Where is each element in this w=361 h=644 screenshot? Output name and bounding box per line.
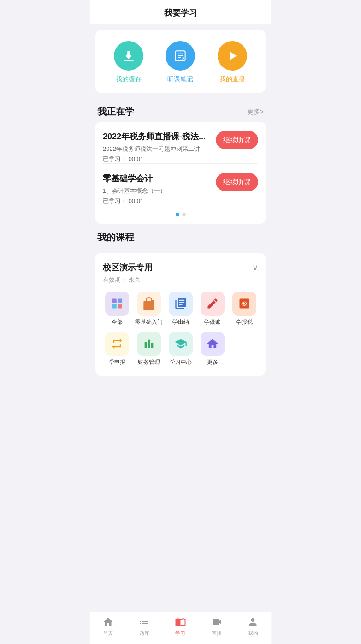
bag-icon: [137, 292, 161, 316]
dots-indicator: [103, 213, 258, 216]
svg-rect-4: [118, 304, 122, 308]
continue-btn-2[interactable]: 继续听课: [216, 173, 258, 191]
my-courses-title: 我的课程: [97, 231, 134, 244]
cat-item-tax[interactable]: 税 学报税: [230, 292, 258, 326]
nav-label-home: 首页: [103, 630, 113, 637]
video-nav-icon: [211, 616, 223, 628]
edit-icon: [201, 292, 225, 316]
nav-label-study: 学习: [175, 630, 185, 637]
quick-live-label: 我的直播: [219, 75, 245, 83]
continue-btn-1[interactable]: 继续听课: [216, 131, 258, 149]
dot-2: [182, 213, 186, 216]
studying-more[interactable]: 更多>: [247, 108, 264, 116]
quick-item-cache[interactable]: 我的缓存: [114, 41, 143, 83]
course-progress-1: 已学习： 00:01: [103, 155, 210, 163]
studying-section-header: 我正在学 更多>: [90, 98, 271, 122]
cat-label-beginner: 零基础入门: [135, 318, 163, 326]
grid-icon: [105, 292, 129, 316]
course-title-2: 零基础学会计: [103, 173, 210, 184]
cat-label-declare: 学申报: [109, 358, 125, 366]
course-subtitle-2: 1、会计基本概念（一）: [103, 187, 210, 195]
quick-notes-label: 听课笔记: [167, 75, 193, 83]
course-item-1: 2022年税务师直播课-税法... 2022年税务师税法一习题冲刺第二讲 已学习…: [103, 131, 258, 163]
cat-label-tax: 学报税: [236, 318, 253, 326]
tax-icon: 税: [232, 292, 256, 316]
home-nav-icon: [102, 616, 114, 628]
course-item-2: 零基础学会计 1、会计基本概念（一） 已学习： 00:01 继续听课: [103, 163, 258, 205]
svg-rect-1: [112, 299, 116, 303]
cat-item-declare[interactable]: 学申报: [103, 332, 131, 366]
play-icon: [218, 41, 247, 71]
nav-label-live: 直播: [212, 630, 222, 637]
cat-label-finance: 财务管理: [138, 358, 160, 366]
course-title-1: 2022年税务师直播课-税法...: [103, 131, 210, 142]
arrow-icon: [105, 332, 129, 356]
nav-label-mine: 我的: [248, 630, 258, 637]
courses-card: 校区演示专用 ∨ 有效期： 永久 全部: [95, 253, 266, 376]
package-header: 校区演示专用 ∨: [103, 262, 258, 273]
category-grid: 全部 零基础入门 学出纳: [103, 292, 258, 366]
cat-label-all: 全部: [112, 318, 123, 326]
user-nav-icon: [247, 616, 259, 628]
svg-text:税: 税: [241, 301, 247, 307]
book-open-nav-icon: [174, 616, 186, 628]
dot-1: [176, 213, 179, 216]
quick-item-notes[interactable]: 听课笔记: [166, 41, 195, 83]
cat-item-study-center[interactable]: 学习中心: [166, 332, 195, 366]
cat-label-accounting: 学做账: [204, 318, 221, 326]
studying-title: 我正在学: [97, 106, 134, 118]
cat-label-study-center: 学习中心: [170, 358, 192, 366]
quick-item-live[interactable]: 我的直播: [218, 41, 247, 83]
cat-label-more: 更多: [207, 358, 218, 366]
nav-item-live[interactable]: 直播: [203, 616, 231, 637]
nav-label-question: 题库: [139, 630, 149, 637]
package-title: 校区演示专用: [103, 262, 153, 273]
cat-label-cashier: 学出纳: [172, 318, 189, 326]
cat-item-all[interactable]: 全部: [103, 292, 131, 326]
book-cashier-icon: [169, 292, 193, 316]
cat-item-cashier[interactable]: 学出纳: [166, 292, 195, 326]
nav-item-study[interactable]: 学习: [166, 616, 194, 637]
cat-item-more[interactable]: 更多: [198, 332, 226, 366]
studying-card: 2022年税务师直播课-税法... 2022年税务师税法一习题冲刺第二讲 已学习…: [95, 122, 266, 224]
note-icon: [166, 41, 195, 71]
quick-access-card: 我的缓存 听课笔记 我的直播: [95, 30, 266, 93]
bottom-nav: 首页 题库 学习 直播 我的: [90, 612, 271, 644]
study-icon: [169, 332, 193, 356]
nav-item-mine[interactable]: 我的: [239, 616, 267, 637]
quick-cache-label: 我的缓存: [116, 75, 142, 83]
course-subtitle-1: 2022年税务师税法一习题冲刺第二讲: [103, 145, 210, 153]
my-courses-section-header: 我的课程: [90, 224, 271, 247]
chevron-down-icon[interactable]: ∨: [252, 262, 258, 273]
list-nav-icon: [138, 616, 150, 628]
cat-item-accounting[interactable]: 学做账: [198, 292, 226, 326]
nav-item-home[interactable]: 首页: [94, 616, 122, 637]
svg-rect-2: [118, 299, 122, 303]
house-icon: [201, 332, 225, 356]
cat-item-beginner[interactable]: 零基础入门: [135, 292, 163, 326]
page-title: 我要学习: [90, 0, 271, 24]
download-icon: [114, 41, 143, 71]
validity-text: 有效期： 永久: [103, 276, 258, 284]
finance-icon: [137, 332, 161, 356]
course-progress-2: 已学习： 00:01: [103, 197, 210, 205]
cat-item-finance[interactable]: 财务管理: [135, 332, 163, 366]
svg-rect-3: [112, 304, 116, 308]
nav-item-question[interactable]: 题库: [130, 616, 158, 637]
